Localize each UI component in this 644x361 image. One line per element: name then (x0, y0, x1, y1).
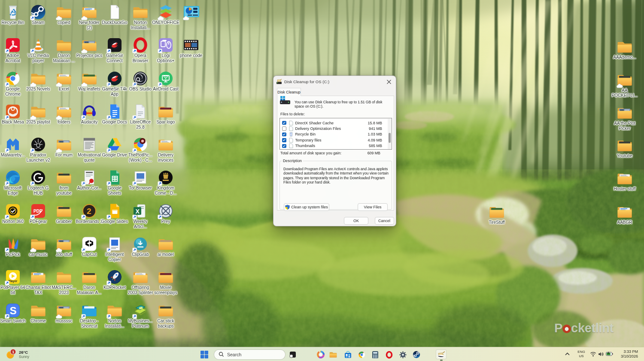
svg-text:1: 1 (12, 350, 14, 354)
svg-text:S: S (10, 305, 17, 316)
svg-text:Player: Player (8, 280, 17, 283)
svg-text:2: 2 (87, 207, 91, 216)
svg-text:X: X (136, 208, 140, 215)
svg-text:PDF: PDF (33, 209, 42, 214)
